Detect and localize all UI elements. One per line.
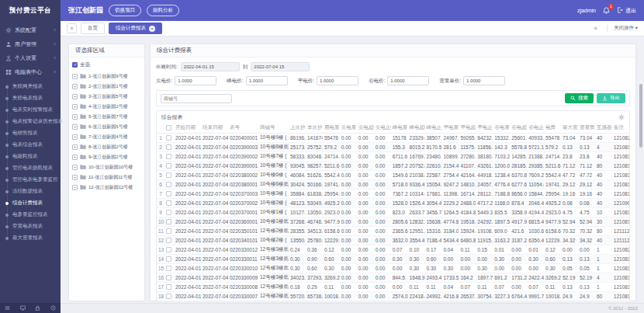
tree-node[interactable]: +2-张江创新园1号楼 (72, 82, 141, 92)
sidebar-item-失联电表报表[interactable]: 失联电表报表 (0, 92, 61, 104)
cell-峰电止码: 15054.4 (425, 180, 442, 190)
tree-node[interactable]: +9-张江创新园2号楼 (72, 152, 141, 162)
price-input-0[interactable] (175, 76, 216, 85)
chevron-left-icon: ‹ (54, 41, 56, 47)
expand-node-icon[interactable]: + (72, 84, 78, 89)
copyright: © 2012 - 2022 (608, 306, 638, 311)
sidebar-item-综合计费报表[interactable]: 综合计费报表 (0, 197, 61, 209)
sidebar-menu-电能表中心[interactable]: 电能表中心‹ (0, 65, 61, 79)
expand-node-icon[interactable]: + (72, 155, 78, 160)
price-input-2[interactable] (317, 76, 358, 85)
row-checkbox[interactable] (166, 200, 171, 206)
tree-node[interactable]: +6-张江创新园5号楼 (72, 122, 141, 132)
row-checkbox[interactable] (166, 163, 171, 169)
shop-number-input[interactable] (161, 94, 232, 103)
notifications-button[interactable]: 1 (603, 7, 610, 15)
tree-node[interactable]: +3-张江创新园5号楼 (72, 92, 141, 102)
tree-node[interactable]: +7-张江创新园4号楼 (72, 132, 141, 142)
expand-node-icon[interactable]: + (72, 134, 78, 140)
menu-icon[interactable] (5, 305, 10, 311)
row-checkbox[interactable] (166, 284, 171, 290)
date-from-input[interactable] (181, 62, 240, 71)
switch-project-button[interactable]: 切换项目 (109, 5, 141, 16)
close-tab-icon[interactable]: × (149, 26, 155, 32)
row-checkbox[interactable] (166, 247, 171, 252)
tree-node[interactable]: +11-张江创新园11号楼 (72, 172, 141, 183)
row-checkbox[interactable] (166, 191, 171, 196)
tree-node[interactable]: +12-张江创新园12号楼 (72, 183, 141, 193)
close-operations-dropdown[interactable]: 关闭操作 ▾ (607, 25, 638, 32)
expand-node-icon[interactable]: + (72, 165, 78, 170)
sidebar-item-冻结数据报表[interactable]: 冻结数据报表 (0, 186, 61, 197)
expand-node-icon[interactable]: + (72, 175, 78, 180)
row-checkbox[interactable] (166, 210, 171, 215)
expand-node-icon[interactable]: + (72, 114, 78, 120)
row-checkbox[interactable] (166, 172, 171, 178)
chevrons-left-icon[interactable]: « (67, 23, 77, 33)
date-to-input[interactable] (251, 62, 310, 71)
column-settings-gear-icon[interactable] (618, 114, 625, 120)
expand-node-icon[interactable]: + (72, 185, 78, 190)
lock-icon[interactable] (35, 305, 40, 311)
sidebar-item-管控电表能耗报表[interactable]: 管控电表能耗报表 (0, 162, 61, 174)
tree-node[interactable]: +5-张江创新园7号楼 (72, 112, 141, 122)
expand-node-icon[interactable]: + (72, 104, 78, 110)
tree-node[interactable]: +4-张江创新园2号楼 (72, 102, 141, 112)
tab-billing-report[interactable]: 综合计费报表 × (109, 23, 162, 34)
expand-node-icon[interactable]: + (72, 144, 78, 150)
row-checkbox[interactable] (166, 266, 171, 271)
row-checkbox[interactable] (166, 294, 171, 299)
row-checkbox[interactable] (166, 238, 171, 243)
cell-用电量: 0.11 (323, 283, 340, 292)
cell-上次抄表: 10127.40 (289, 208, 306, 217)
sidebar-item-空置电表报表[interactable]: 空置电表报表 (0, 221, 61, 232)
sidebar-menu-系统配置[interactable]: 系统配置‹ (0, 23, 61, 37)
row-checkbox[interactable] (166, 228, 171, 234)
cell-备注: 1210903 (612, 199, 629, 208)
chevrons-right-icon[interactable]: » (590, 23, 601, 33)
clock-icon[interactable] (50, 305, 56, 311)
sidebar-item-管控电表电参量监控[interactable]: 管控电表电参量监控 (0, 174, 61, 186)
select-all-checkbox[interactable]: 全选 (72, 61, 141, 68)
expand-node-icon[interactable]: + (72, 124, 78, 130)
sidebar-item-电表综合报表[interactable]: 电表综合报表 (0, 139, 61, 151)
sidebar-item-失联网关报表[interactable]: 失联网关报表 (0, 81, 61, 92)
select-all-rows-checkbox[interactable] (166, 125, 171, 130)
sidebar-item-电能耗报表[interactable]: 电能耗报表 (0, 151, 61, 162)
checkbox-checked-icon[interactable] (72, 62, 78, 68)
row-checkbox[interactable] (166, 144, 171, 150)
tree-node[interactable]: +1-张江创新园9号楼 (72, 71, 141, 82)
sidebar-item-电销售报表[interactable]: 电销售报表 (0, 127, 61, 139)
row-checkbox[interactable] (166, 256, 171, 262)
row-checkbox[interactable] (166, 182, 171, 187)
row-checkbox[interactable] (166, 154, 171, 159)
sidebar-menu-个人设置[interactable]: 个人设置‹ (0, 51, 61, 65)
cell-电费: 19741.6 (544, 180, 561, 190)
tree-node[interactable]: +8-张江创新园2号楼 (72, 142, 141, 152)
cell-尖电起码: 0.00 (357, 273, 374, 283)
monitor-icon[interactable] (20, 305, 26, 311)
expand-node-icon[interactable]: + (72, 74, 78, 79)
tree-node[interactable]: +10-张江创新园10号楼 (72, 162, 141, 172)
price-input-4[interactable] (463, 76, 505, 85)
sidebar-item-电表实时报警报表[interactable]: 电表实时报警报表 (0, 104, 61, 116)
export-button[interactable]: 导出 (597, 93, 625, 103)
scrollbar-thumb[interactable] (639, 84, 642, 148)
sidebar-item-最大需量报表[interactable]: 最大需量报表 (0, 232, 61, 244)
energy-analysis-button[interactable]: 能耗分析 (147, 5, 179, 16)
sidebar-menu-用户管理[interactable]: 用户管理‹ (0, 37, 61, 51)
page-scrollbar[interactable] (639, 37, 643, 301)
row-checkbox[interactable] (166, 219, 171, 224)
expand-node-icon[interactable]: + (72, 94, 78, 99)
folder-icon (80, 155, 86, 160)
search-button[interactable]: 搜索 (565, 93, 594, 103)
row-checkbox[interactable] (166, 275, 171, 280)
logout-button[interactable]: 退出 (617, 7, 636, 15)
cell-谷电量: 835.5 (493, 208, 510, 217)
tab-home[interactable]: 首页 (81, 23, 105, 34)
row-checkbox[interactable] (166, 135, 171, 141)
price-input-1[interactable] (246, 76, 288, 85)
price-input-3[interactable] (387, 76, 429, 85)
sidebar-item-电参量监控报表[interactable]: 电参量监控报表 (0, 209, 61, 221)
sidebar-item-电表报警记录历史报表[interactable]: 电表报警记录历史报表 (0, 116, 61, 127)
